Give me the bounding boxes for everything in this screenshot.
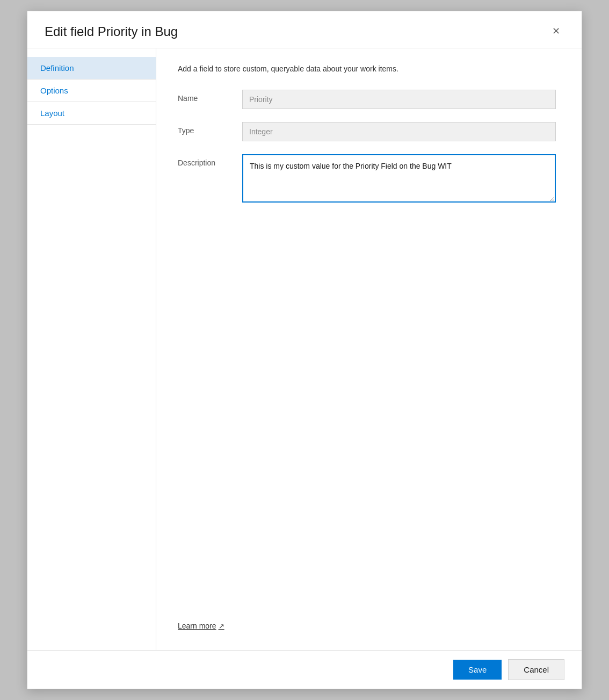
external-link-icon: ↗ <box>219 622 224 630</box>
close-button[interactable]: ✕ <box>548 24 564 38</box>
learn-more-label: Learn more <box>178 622 216 630</box>
sidebar-item-options[interactable]: Options <box>27 80 156 102</box>
description-field-row: Description <box>178 154 556 203</box>
sidebar-item-definition[interactable]: Definition <box>27 57 156 80</box>
edit-field-dialog: Edit field Priority in Bug ✕ Definition … <box>27 11 582 689</box>
content-area: Add a field to store custom, queryable d… <box>156 48 582 650</box>
sidebar-item-layout[interactable]: Layout <box>27 102 156 125</box>
sidebar-item-layout-label: Layout <box>40 109 64 118</box>
dialog-title: Edit field Priority in Bug <box>45 24 178 39</box>
sidebar-item-definition-label: Definition <box>40 63 74 73</box>
sidebar-item-options-label: Options <box>40 86 68 95</box>
description-textarea[interactable] <box>242 154 556 203</box>
save-button[interactable]: Save <box>453 660 502 680</box>
sidebar: Definition Options Layout <box>27 48 156 650</box>
cancel-button[interactable]: Cancel <box>508 659 564 680</box>
dialog-header: Edit field Priority in Bug ✕ <box>27 11 582 48</box>
learn-more-section: Learn more ↗ <box>178 612 556 635</box>
name-label: Name <box>178 90 242 103</box>
dialog-footer: Save Cancel <box>27 650 582 689</box>
type-input <box>242 122 556 141</box>
name-field-row: Name <box>178 90 556 109</box>
type-label: Type <box>178 122 242 135</box>
dialog-body: Definition Options Layout Add a field to… <box>27 48 582 650</box>
content-description: Add a field to store custom, queryable d… <box>178 63 556 75</box>
name-input <box>242 90 556 109</box>
description-label: Description <box>178 154 242 167</box>
learn-more-link[interactable]: Learn more ↗ <box>178 622 224 630</box>
type-field-row: Type <box>178 122 556 141</box>
